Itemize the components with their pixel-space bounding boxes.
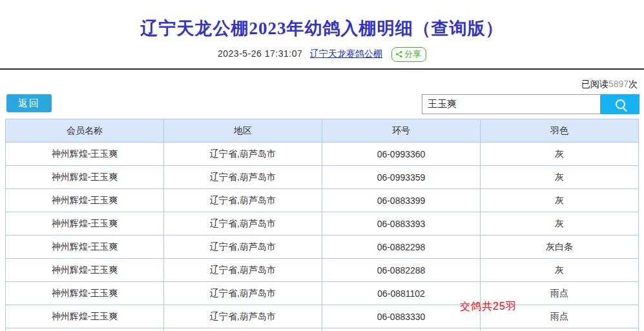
table-row: 神州辉煌-王玉爽辽宁省,葫芦岛市06-0881102雨点 (6, 282, 639, 305)
table-cell: 辽宁省,葫芦岛市 (164, 259, 322, 282)
table-cell: 灰 (481, 259, 639, 282)
table-cell: 雨点 (481, 282, 639, 305)
table-row: 神州辉煌-王玉爽辽宁省,葫芦岛市06-0882298灰白条 (6, 236, 639, 259)
share-label: 分享 (404, 49, 421, 59)
column-header: 环号 (322, 119, 481, 143)
column-header: 地区 (164, 119, 322, 143)
table-cell: 06-0882298 (322, 236, 481, 259)
table-cell: 06-0993360 (322, 143, 481, 166)
table-cell: 06-0883393 (322, 212, 481, 236)
table-cell: 06-0883330 (322, 305, 481, 328)
table-cell: 辽宁省,葫芦岛市 (164, 166, 322, 189)
source-link[interactable]: 辽宁天龙赛鸽公棚 (310, 48, 382, 59)
table-row: 神州辉煌-王玉爽辽宁省,葫芦岛市06-0993360灰 (6, 143, 639, 166)
table-cell: 灰 (481, 143, 639, 166)
table-cell: 雨点 (481, 305, 639, 328)
table-cell: 神州辉煌-王玉爽 (6, 189, 164, 212)
column-header: 羽色 (481, 119, 639, 143)
table-cell: 06-0882288 (322, 259, 481, 282)
table-cell: 灰白条 (481, 236, 639, 259)
read-count: 已阅读5897次 (581, 79, 638, 90)
read-count-prefix: 已阅读 (581, 79, 608, 89)
table-cell: 辽宁省,葫芦岛市 (164, 236, 322, 259)
table-cell: 神州辉煌-王玉爽 (6, 236, 164, 259)
table-cell: 神州辉煌-王玉爽 (6, 166, 164, 189)
table-header: 会员名称地区环号羽色 (6, 119, 639, 143)
table-row: 神州辉煌-王玉爽辽宁省,葫芦岛市06-0883399灰 (6, 189, 639, 212)
read-count-number: 5897 (608, 79, 628, 89)
table-cell: 神州辉煌-王玉爽 (6, 282, 164, 305)
share-button[interactable]: 分享 (391, 47, 426, 62)
column-header: 会员名称 (6, 119, 164, 143)
table-cell: 辽宁省,葫芦岛市 (164, 189, 322, 212)
table-cell (322, 328, 481, 331)
subtitle-bar: 2023-5-26 17:31:07 辽宁天龙赛鸽公棚 分享 (0, 47, 644, 62)
divider (0, 68, 644, 70)
table-cell: 神州辉煌-王玉爽 (6, 212, 164, 236)
table-cell: 辽宁省,葫芦岛市 (164, 282, 322, 305)
table-cell (481, 328, 639, 331)
table-row: 神州辉煌-王玉爽辽宁省,葫芦岛市06-0883330雨点 (6, 305, 639, 328)
table-row-partial (6, 328, 639, 331)
search-input[interactable] (422, 94, 601, 114)
share-icon (395, 50, 403, 58)
table-cell: 辽宁省,葫芦岛市 (164, 212, 322, 236)
table-cell: 神州辉煌-王玉爽 (6, 143, 164, 166)
table-cell: 06-0993359 (322, 166, 481, 189)
table-cell: 06-0881102 (322, 282, 481, 305)
table-cell: 06-0883399 (322, 189, 481, 212)
table-cell: 神州辉煌-王玉爽 (6, 305, 164, 328)
table-cell: 灰 (481, 166, 639, 189)
table-cell: 灰 (481, 189, 639, 212)
table-cell: 辽宁省,葫芦岛市 (164, 143, 322, 166)
table-row: 神州辉煌-王玉爽辽宁省,葫芦岛市06-0993359灰 (6, 166, 639, 189)
search-button[interactable] (601, 94, 639, 114)
table-cell (6, 328, 164, 331)
table-row: 神州辉煌-王玉爽辽宁省,葫芦岛市06-0882288灰 (6, 259, 639, 282)
table-cell: 灰 (481, 212, 639, 236)
table-cell: 神州辉煌-王玉爽 (6, 259, 164, 282)
page-title: 辽宁天龙公棚2023年幼鸽入棚明细（查询版） (0, 17, 644, 40)
read-count-suffix: 次 (628, 79, 638, 89)
results-table: 会员名称地区环号羽色 神州辉煌-王玉爽辽宁省,葫芦岛市06-0993360灰神州… (5, 119, 639, 331)
publish-datetime: 2023-5-26 17:31:07 (218, 48, 302, 59)
table-cell (164, 328, 322, 331)
magnifier-icon (616, 99, 625, 109)
table-row: 神州辉煌-王玉爽辽宁省,葫芦岛市06-0883393灰 (6, 212, 639, 236)
back-button[interactable]: 返回 (6, 94, 52, 112)
table-cell: 辽宁省,葫芦岛市 (164, 305, 322, 328)
